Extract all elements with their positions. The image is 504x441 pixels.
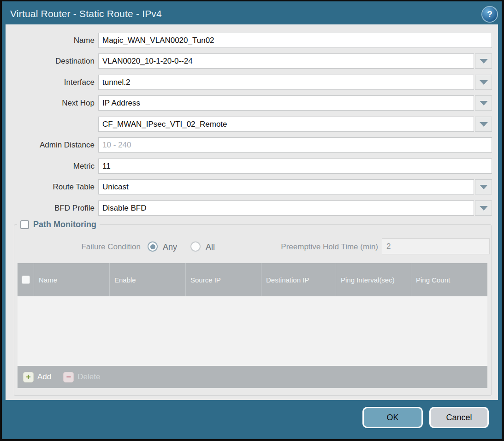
bfd-profile-label: BFD Profile [6,200,95,216]
failure-condition-any-label: Any [163,241,177,253]
route-table-input[interactable] [98,179,474,194]
admin-distance-label: Admin Distance [6,137,95,153]
interface-label: Interface [6,75,95,90]
plus-icon: + [23,372,34,382]
radio-dot-icon [150,244,155,249]
next-hop-address-label [6,117,95,132]
next-hop-label: Next Hop [6,95,95,111]
route-table-dropdown-button[interactable] [475,179,492,194]
table-toolbar: + Add − Delete [18,366,487,388]
destination-row: Destination [6,53,498,69]
bfd-profile-input[interactable] [98,200,474,216]
delete-button[interactable]: − Delete [63,372,100,382]
name-label: Name [6,33,95,48]
column-header-ping-count[interactable]: Ping Count [411,263,487,296]
path-monitoring-title: Path Monitoring [33,220,96,229]
chevron-down-icon [480,206,488,211]
chevron-down-icon [480,59,488,64]
failure-condition-label: Failure Condition [6,241,141,253]
next-hop-row: Next Hop [6,95,498,111]
next-hop-type-dropdown-button[interactable] [475,95,492,111]
destination-dropdown-button[interactable] [475,53,492,69]
table-body-empty [18,296,487,366]
next-hop-address-row [6,117,498,132]
cancel-button[interactable]: Cancel [429,407,489,428]
admin-distance-input[interactable] [98,137,492,153]
interface-dropdown-button[interactable] [475,75,492,90]
help-icon[interactable]: ? [482,7,497,22]
next-hop-address-dropdown-button[interactable] [475,117,492,132]
column-header-source-ip[interactable]: Source IP [185,263,261,296]
bfd-profile-row: BFD Profile [6,200,498,216]
chevron-down-icon [480,122,488,127]
header-checkbox-cell [18,263,34,296]
add-button-label: Add [37,372,51,382]
next-hop-type-input[interactable] [98,95,474,111]
dialog-body: Name Destination Interface Next Hop Admi… [6,24,498,400]
interface-row: Interface [6,75,498,90]
destination-label: Destination [6,53,95,69]
chevron-down-icon [480,101,488,106]
path-monitoring-legend: Path Monitoring [17,220,100,229]
delete-button-label: Delete [77,372,100,382]
destination-input[interactable] [98,53,474,69]
name-input[interactable] [98,33,492,48]
select-all-checkbox[interactable] [22,276,30,284]
preemptive-hold-time-input[interactable] [382,238,490,254]
radio-dot-icon [193,244,198,249]
column-header-ping-interval[interactable]: Ping Interval(sec) [336,263,411,296]
metric-row: Metric [6,159,498,174]
preemptive-hold-time-label: Preemptive Hold Time (min) [236,241,378,253]
failure-condition-all-radio[interactable] [190,241,201,252]
table-header: Name Enable Source IP Destination IP Pin… [18,263,487,296]
path-monitoring-checkbox[interactable] [20,220,29,229]
minus-icon: − [63,372,74,382]
next-hop-address-input[interactable] [98,117,474,132]
chevron-down-icon [480,80,488,85]
dialog-title: Virtual Router - Static Route - IPv4 [10,8,162,19]
bfd-profile-dropdown-button[interactable] [475,200,492,216]
column-header-destination-ip[interactable]: Destination IP [261,263,336,296]
chevron-down-icon [480,185,488,189]
metric-input[interactable] [98,159,492,174]
metric-label: Metric [6,159,95,174]
route-table-label: Route Table [6,179,95,194]
column-header-name[interactable]: Name [34,263,109,296]
route-table-row: Route Table [6,179,498,194]
add-button[interactable]: + Add [23,372,51,382]
ok-button[interactable]: OK [362,407,423,428]
failure-condition-any-radio[interactable] [148,241,158,252]
name-row: Name [6,33,498,48]
column-header-enable[interactable]: Enable [109,263,185,296]
admin-distance-row: Admin Distance [6,137,498,153]
failure-condition-all-label: All [206,241,215,253]
path-monitoring-table: Name Enable Source IP Destination IP Pin… [18,263,487,388]
interface-input[interactable] [98,75,474,90]
